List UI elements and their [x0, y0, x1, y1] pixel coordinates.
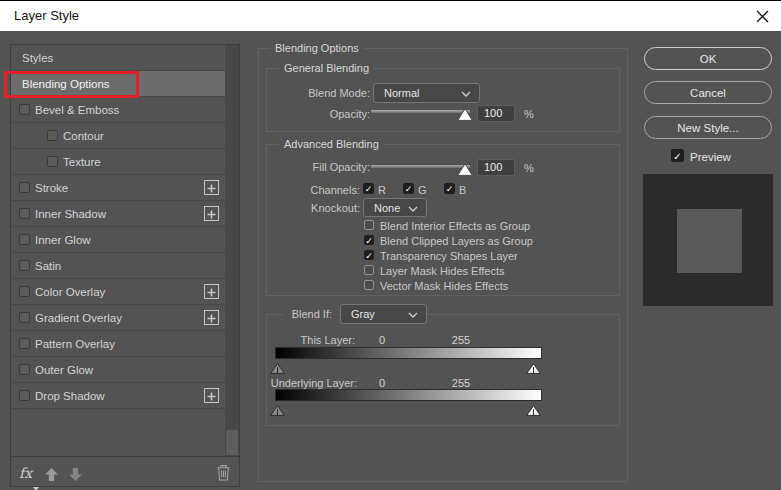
- sidebar-item-label: Gradient Overlay: [35, 312, 122, 324]
- sidebar-item-label: Contour: [63, 130, 104, 142]
- move-down-icon[interactable]: [68, 467, 83, 486]
- sidebar-item-label: Styles: [22, 52, 53, 64]
- checkbox-icon[interactable]: [19, 182, 30, 193]
- sidebar-item-label: Inner Glow: [35, 234, 91, 246]
- underlying-highlight-slider[interactable]: [526, 402, 541, 420]
- knockout-label: Knockout:: [290, 202, 360, 215]
- divider: [11, 456, 239, 457]
- opacity-unit: %: [524, 108, 534, 121]
- sidebar-item-inner-glow[interactable]: Inner Glow: [11, 227, 225, 253]
- preview-checkbox[interactable]: [671, 149, 684, 162]
- fill-opacity-unit: %: [524, 162, 534, 175]
- channel-b-checkbox[interactable]: [444, 183, 455, 194]
- new-style-button[interactable]: New Style...: [644, 116, 772, 139]
- sidebar-item-label: Blending Options: [22, 78, 110, 90]
- opacity-label: Opacity:: [290, 108, 370, 121]
- vector-mask-hides-checkbox[interactable]: [364, 280, 374, 290]
- titlebar: Layer Style: [0, 1, 781, 31]
- move-up-icon[interactable]: [44, 467, 59, 486]
- channel-r-checkbox[interactable]: [363, 183, 374, 194]
- this-layer-shadow-slider[interactable]: [270, 360, 285, 378]
- blend-clipped-checkbox[interactable]: [364, 235, 374, 245]
- blend-mode-dropdown[interactable]: Normal: [373, 83, 480, 103]
- sidebar-item-blending-options[interactable]: Blending Options: [11, 71, 225, 97]
- checkbox-icon[interactable]: [47, 156, 58, 167]
- sidebar-item-label: Color Overlay: [35, 286, 105, 298]
- panel-title: Blending Options: [270, 42, 364, 54]
- fill-opacity-slider-track[interactable]: [371, 165, 470, 168]
- transparency-shapes-label: Transparency Shapes Layer: [380, 250, 518, 263]
- blend-mode-value: Normal: [384, 87, 419, 99]
- sidebar-item-stroke[interactable]: Stroke: [11, 175, 225, 201]
- underlying-gradient-bar: [275, 389, 542, 401]
- layer-mask-hides-label: Layer Mask Hides Effects: [380, 265, 505, 278]
- this-layer-max-value: 255: [448, 334, 474, 347]
- channel-g-label: G: [418, 184, 427, 197]
- preview-label: Preview: [690, 151, 731, 164]
- fill-opacity-value-field[interactable]: 100: [477, 159, 515, 176]
- fx-caret-icon[interactable]: [33, 477, 39, 490]
- channel-b-label: B: [459, 184, 466, 197]
- this-layer-highlight-slider[interactable]: [526, 360, 541, 378]
- transparency-shapes-checkbox[interactable]: [364, 250, 374, 260]
- delete-style-icon[interactable]: [216, 464, 231, 485]
- scrollbar[interactable]: [225, 45, 239, 456]
- this-layer-gradient-bar: [275, 347, 542, 359]
- add-instance-icon[interactable]: [204, 206, 219, 221]
- sidebar-item-drop-shadow[interactable]: Drop Shadow: [11, 383, 225, 409]
- knockout-value: None: [374, 202, 400, 214]
- sidebar-item-outer-glow[interactable]: Outer Glow: [11, 357, 225, 383]
- checkbox-icon[interactable]: [19, 234, 30, 245]
- sidebar-item-label: Drop Shadow: [35, 390, 105, 402]
- sidebar-item-contour[interactable]: Contour: [11, 123, 225, 149]
- checkbox-icon[interactable]: [19, 312, 30, 323]
- opacity-value-field[interactable]: 100: [477, 105, 515, 122]
- blend-clipped-label: Blend Clipped Layers as Group: [380, 235, 533, 248]
- underlying-shadow-slider[interactable]: [270, 402, 285, 420]
- blend-interior-checkbox[interactable]: [364, 220, 374, 230]
- scrollbar-thumb[interactable]: [226, 430, 238, 455]
- opacity-slider-thumb[interactable]: [457, 107, 473, 125]
- blend-if-group: [266, 314, 620, 426]
- sidebar-item-color-overlay[interactable]: Color Overlay: [11, 279, 225, 305]
- sidebar-item-label: Inner Shadow: [35, 208, 106, 220]
- layer-mask-hides-checkbox[interactable]: [364, 265, 374, 275]
- channel-g-checkbox[interactable]: [403, 183, 414, 194]
- sidebar-item-texture[interactable]: Texture: [11, 149, 225, 175]
- sidebar-item-pattern-overlay[interactable]: Pattern Overlay: [11, 331, 225, 357]
- preview-layer-swatch: [677, 209, 742, 273]
- add-instance-icon[interactable]: [204, 180, 219, 195]
- add-instance-icon[interactable]: [204, 388, 219, 403]
- checkbox-icon[interactable]: [19, 286, 30, 297]
- sidebar-item-styles[interactable]: Styles: [11, 45, 225, 71]
- chevron-down-icon: [461, 87, 471, 99]
- ok-button[interactable]: OK: [644, 47, 772, 70]
- layer-style-dialog: Layer Style Styles Blending Options Beve…: [0, 0, 781, 490]
- sidebar-item-gradient-overlay[interactable]: Gradient Overlay: [11, 305, 225, 331]
- fx-menu-button[interactable]: fx: [19, 465, 32, 481]
- sidebar-item-satin[interactable]: Satin: [11, 253, 225, 279]
- add-instance-icon[interactable]: [204, 284, 219, 299]
- knockout-dropdown[interactable]: None: [363, 198, 427, 217]
- sidebar-item-label: Stroke: [35, 182, 68, 194]
- checkbox-icon[interactable]: [19, 104, 30, 115]
- checkbox-icon[interactable]: [19, 364, 30, 375]
- blend-if-value: Gray: [351, 308, 375, 320]
- blend-if-dropdown[interactable]: Gray: [340, 304, 427, 324]
- add-instance-icon[interactable]: [204, 310, 219, 325]
- channels-label: Channels:: [290, 184, 360, 197]
- opacity-slider-track[interactable]: [371, 110, 470, 113]
- checkbox-icon[interactable]: [19, 260, 30, 271]
- sidebar-item-inner-shadow[interactable]: Inner Shadow: [11, 201, 225, 227]
- fill-opacity-slider-thumb[interactable]: [457, 162, 473, 180]
- vector-mask-hides-label: Vector Mask Hides Effects: [380, 280, 508, 293]
- cancel-button[interactable]: Cancel: [644, 81, 772, 104]
- close-icon[interactable]: [756, 9, 770, 23]
- checkbox-icon[interactable]: [19, 338, 30, 349]
- this-layer-label: This Layer:: [270, 334, 355, 347]
- checkbox-icon[interactable]: [19, 390, 30, 401]
- sidebar-item-bevel-emboss[interactable]: Bevel & Emboss: [11, 97, 225, 123]
- checkbox-icon[interactable]: [47, 130, 58, 141]
- checkbox-icon[interactable]: [19, 208, 30, 219]
- window-title: Layer Style: [14, 8, 79, 23]
